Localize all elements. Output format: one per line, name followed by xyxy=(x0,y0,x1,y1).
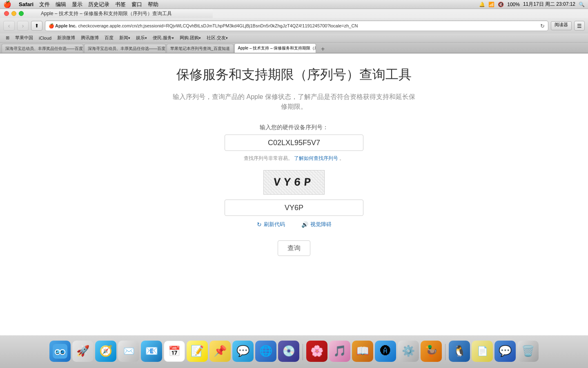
qq-im-icon: 💬 xyxy=(499,345,512,357)
dock-network[interactable]: 🌐 xyxy=(255,341,276,362)
forward-button[interactable]: › xyxy=(17,21,29,31)
menubar-file[interactable]: 文件 xyxy=(39,1,50,8)
dock-qq-im[interactable]: 💬 xyxy=(494,341,516,362)
serial-number-input[interactable] xyxy=(225,135,363,151)
notes-icon: 📝 xyxy=(191,345,204,357)
tab-1[interactable]: 深海寻宝总动员、丰厚奖品任你选——百度知道 xyxy=(2,44,83,53)
wunderlust-icon: 🦆 xyxy=(425,345,438,357)
qq-notes-icon: 📄 xyxy=(477,346,488,357)
bookmark-icon[interactable]: ⊞ xyxy=(3,34,12,42)
dock-trash[interactable]: 🗑️ xyxy=(517,341,539,362)
back-button[interactable]: ‹ xyxy=(3,21,15,31)
captcha-input[interactable] xyxy=(225,200,363,216)
window-close[interactable] xyxy=(4,11,9,16)
menubar-safari[interactable]: Safari xyxy=(19,1,33,7)
back-icon: ‹ xyxy=(8,22,10,29)
bookmark-services[interactable]: 便民.服务 xyxy=(150,34,176,42)
calendar-icon: 📅 xyxy=(168,346,180,357)
apple-menu[interactable]: 🍎 xyxy=(3,0,11,8)
dock-qq[interactable]: 🐧 xyxy=(449,341,470,362)
share-button[interactable]: ⬆ xyxy=(31,21,42,31)
menubar-window[interactable]: 窗口 xyxy=(131,1,142,8)
menubar-bookmarks[interactable]: 书签 xyxy=(115,1,126,8)
bookmark-sina-weibo[interactable]: 新浪微博 xyxy=(55,34,78,42)
menubar-edit[interactable]: 编辑 xyxy=(56,1,66,8)
bookmark-shopping[interactable]: 网购.团购 xyxy=(177,34,203,42)
audio-captcha-icon: 🔊 xyxy=(301,221,308,228)
dock-system-prefs[interactable]: ⚙️ xyxy=(398,341,419,362)
titlebar: Apple – 技术支持 – 保修服务和支持期限（序列号）查询工具 xyxy=(0,9,213,18)
share-icon: ⬆ xyxy=(35,23,39,29)
sidebar-toggle[interactable]: ☰ xyxy=(574,21,585,31)
address-bar[interactable]: 🍎 Apple Inc. checkcoverage.apple.com/cn/… xyxy=(45,20,548,31)
bookmark-entertainment[interactable]: 娱乐 xyxy=(134,34,149,42)
bookmark-icloud[interactable]: iCloud xyxy=(36,34,54,42)
bookmark-community[interactable]: 社区.交友 xyxy=(204,34,230,42)
dock-finder[interactable] xyxy=(49,341,71,362)
ibooks-icon: 📖 xyxy=(356,345,369,357)
find-serial-hint: 查找序列号非常容易。 了解如何查找序列号 。 xyxy=(244,155,345,162)
menubar-notification[interactable]: 🔔 xyxy=(479,2,485,7)
menubar: 🍎 Safari 文件 编辑 显示 历史记录 书签 窗口 帮助 🔔 📶 🔇 10… xyxy=(0,0,588,9)
dock-ibooks[interactable]: 📖 xyxy=(352,341,373,362)
window-minimize[interactable] xyxy=(11,11,16,16)
dock-dvd[interactable]: 💿 xyxy=(278,341,299,362)
menubar-history[interactable]: 历史记录 xyxy=(88,1,109,8)
dock-postfix[interactable]: ✉️ xyxy=(118,341,139,362)
captcha-image: VY6P xyxy=(263,170,325,195)
postfix-icon: ✉️ xyxy=(123,346,134,357)
dock-safari[interactable]: 🧭 xyxy=(95,341,116,362)
forward-icon: › xyxy=(22,22,24,29)
menubar-help[interactable]: 帮助 xyxy=(148,1,158,8)
reader-button[interactable]: 阅读器 xyxy=(551,21,572,30)
dock-launchpad[interactable]: 🚀 xyxy=(72,341,94,362)
dock-wunderlust[interactable]: 🦆 xyxy=(421,341,442,362)
dock-separator-2 xyxy=(445,344,445,360)
window-title: Apple – 技术支持 – 保修服务和支持期限（序列号）查询工具 xyxy=(41,10,172,17)
toolbar: ‹ › ⬆ 🍎 Apple Inc. checkcoverage.apple.c… xyxy=(0,18,588,34)
stickies-icon: 📌 xyxy=(214,345,227,357)
serial-label: 输入您的硬件设备序列号： xyxy=(260,124,328,131)
bookmark-apple-china[interactable]: 苹果中国 xyxy=(13,34,36,42)
menubar-view[interactable]: 显示 xyxy=(72,1,82,8)
network-icon: 🌐 xyxy=(259,345,272,357)
tab-2[interactable]: 深海寻宝总动员、丰厚奖品任你选——百度知道 xyxy=(84,44,166,53)
dock-mail[interactable]: 📧 xyxy=(141,341,162,362)
tab-4-active[interactable]: Apple – 技术支持 – 保修服务和支持期限（序列号）查... xyxy=(234,43,316,53)
tab-3[interactable]: 苹果笔记本序列号查询_百度知道 xyxy=(167,44,234,53)
dock-itunes[interactable]: 🎵 xyxy=(329,341,350,362)
trash-icon: 🗑️ xyxy=(521,345,535,357)
dock-messages[interactable]: 💬 xyxy=(232,341,254,362)
system-prefs-icon: ⚙️ xyxy=(402,345,415,357)
secure-icon: 🍎 xyxy=(49,23,54,29)
menubar-battery: 100% xyxy=(507,2,520,7)
rocket-icon: 🚀 xyxy=(76,345,89,357)
dock-appstore[interactable]: 🅐 xyxy=(375,341,396,362)
new-tab-button[interactable]: + xyxy=(318,45,327,53)
window-maximize[interactable] xyxy=(19,11,24,16)
refresh-captcha-button[interactable]: ↻ 刷新代码 xyxy=(257,221,285,228)
refresh-captcha-icon: ↻ xyxy=(257,221,262,228)
menubar-search-icon[interactable]: 🔍 xyxy=(579,2,585,7)
menubar-wifi[interactable]: 📶 xyxy=(488,2,494,7)
dock-calendar[interactable]: 📅 xyxy=(164,341,185,362)
dock-qq-notes[interactable]: 📄 xyxy=(472,341,493,362)
find-serial-link[interactable]: 了解如何查找序列号 xyxy=(294,155,338,161)
dock-stickies[interactable]: 📌 xyxy=(209,341,231,362)
dock-notes[interactable]: 📝 xyxy=(187,341,208,362)
bookmark-baidu[interactable]: 百度 xyxy=(102,34,116,42)
dvd-icon: 💿 xyxy=(282,345,295,357)
dock-container: 🚀 🧭 ✉️ 📧 📅 📝 📌 💬 🌐 xyxy=(0,335,588,368)
svg-point-6 xyxy=(61,350,62,352)
bookmark-tencent-weibo[interactable]: 腾讯微博 xyxy=(78,34,101,42)
browser-chrome: Apple – 技术支持 – 保修服务和支持期限（序列号）查询工具 ‹ › ⬆ … xyxy=(0,9,588,54)
dock-separator-1 xyxy=(303,344,303,360)
dock-weibo-app[interactable]: 🌸 xyxy=(306,341,327,362)
menubar-datetime: 11月17日 周二 23:07:12 xyxy=(523,1,575,8)
submit-button[interactable]: 查询 xyxy=(278,240,310,256)
refresh-icon[interactable]: ↻ xyxy=(540,23,545,29)
menubar-volume[interactable]: 🔇 xyxy=(498,2,504,7)
menubar-right: 🔔 📶 🔇 100% 11月17日 周二 23:07:12 🔍 xyxy=(479,1,585,8)
audio-captcha-button[interactable]: 🔊 视觉障碍 xyxy=(301,221,332,228)
bookmark-news[interactable]: 新闻 xyxy=(117,34,133,42)
